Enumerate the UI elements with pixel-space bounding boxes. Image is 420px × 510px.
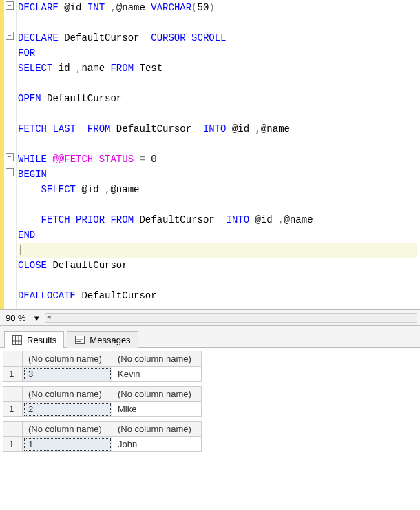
- kw-from: FROM: [87, 123, 111, 134]
- kw-declare: DECLARE: [18, 2, 59, 13]
- kw-declare: DECLARE: [18, 32, 59, 43]
- kw-open: OPEN: [18, 93, 41, 104]
- table-test: Test: [139, 63, 162, 74]
- cell[interactable]: Kevin: [112, 367, 202, 382]
- cursor-name: DefaultCursor: [139, 214, 214, 225]
- kw-begin: BEGIN: [18, 169, 47, 180]
- kw-prior: PRIOR: [76, 214, 105, 225]
- comma: ,: [278, 214, 284, 225]
- var-id: @id: [255, 214, 273, 225]
- cursor-name: DefaultCursor: [116, 123, 191, 134]
- comma: ,: [255, 123, 261, 134]
- cursor-name: DefaultCursor: [81, 290, 156, 301]
- cell[interactable]: John: [112, 437, 202, 452]
- kw-into: INTO: [203, 123, 227, 134]
- result-grid: (No column name) (No column name) 1 1 Jo…: [3, 421, 420, 452]
- fold-toggle[interactable]: −: [6, 1, 14, 10]
- result-grid: (No column name) (No column name) 1 3 Ke…: [3, 351, 420, 382]
- kw-fetch: FETCH: [41, 214, 70, 225]
- caret-line: |: [18, 243, 417, 258]
- row-number[interactable]: 1: [3, 367, 23, 382]
- col-name: name: [81, 63, 105, 74]
- column-header[interactable]: (No column name): [23, 422, 112, 437]
- column-header[interactable]: (No column name): [112, 422, 202, 437]
- var-name: @name: [261, 123, 290, 134]
- size: 50: [198, 2, 209, 13]
- cursor-name: DefaultCursor: [47, 93, 122, 104]
- column-header[interactable]: (No column name): [23, 351, 112, 367]
- row-number[interactable]: 1: [3, 402, 23, 417]
- tab-messages[interactable]: Messages: [67, 331, 138, 348]
- sys-fetchstatus: @@FETCH_STATUS: [52, 154, 134, 165]
- var-name: @name: [284, 214, 313, 225]
- literal-zero: 0: [151, 154, 156, 165]
- var-name: @name: [116, 2, 145, 13]
- results-tabbar: Results Messages: [0, 326, 420, 348]
- tab-results[interactable]: Results: [4, 331, 64, 348]
- row-number[interactable]: 1: [3, 437, 23, 452]
- var-id: @id: [81, 184, 98, 195]
- fold-gutter: − − − −: [4, 0, 17, 309]
- kw-from: FROM: [110, 63, 134, 74]
- fold-toggle[interactable]: −: [6, 153, 14, 161]
- op-eq: =: [139, 154, 145, 165]
- zoom-dropdown[interactable]: ▾: [34, 313, 39, 323]
- horizontal-scrollbar[interactable]: [45, 313, 417, 323]
- fold-toggle[interactable]: −: [6, 168, 14, 176]
- var-id: @id: [64, 2, 81, 13]
- kw-cursor: CURSOR: [151, 32, 185, 43]
- kw-for: FOR: [18, 48, 35, 59]
- cell[interactable]: 3: [23, 367, 112, 382]
- kw-from: FROM: [110, 214, 134, 225]
- tab-results-label: Results: [27, 335, 56, 345]
- cursor-name: DefaultCursor: [64, 32, 139, 43]
- type-int: INT: [87, 2, 105, 13]
- cell[interactable]: 1: [23, 437, 112, 452]
- svg-rect-0: [13, 336, 22, 345]
- kw-scroll: SCROLL: [191, 32, 226, 43]
- sql-editor: − − − − DECLARE @id INT ,@name VARCHAR(5…: [0, 0, 420, 309]
- cell[interactable]: 2: [23, 402, 112, 417]
- var-id: @id: [232, 123, 249, 134]
- grid-corner[interactable]: [3, 387, 23, 402]
- grid-corner[interactable]: [3, 422, 23, 437]
- messages-icon: [74, 334, 85, 345]
- kw-into: INTO: [227, 214, 250, 225]
- code-area[interactable]: DECLARE @id INT ,@name VARCHAR(50) DECLA…: [17, 0, 420, 309]
- grid-corner[interactable]: [3, 351, 23, 367]
- column-header[interactable]: (No column name): [23, 387, 112, 402]
- kw-deallocate: DEALLOCATE: [18, 290, 76, 301]
- kw-while: WHILE: [18, 154, 47, 165]
- fold-toggle[interactable]: −: [6, 32, 14, 40]
- column-header[interactable]: (No column name): [112, 351, 202, 367]
- zoom-bar: 90 % ▾: [0, 309, 420, 326]
- cell[interactable]: Mike: [112, 402, 202, 417]
- grid-icon: [12, 334, 23, 345]
- kw-end: END: [18, 229, 35, 241]
- var-name: @name: [110, 184, 139, 195]
- results-pane: (No column name) (No column name) 1 3 Ke…: [0, 348, 420, 463]
- cursor-name: DefaultCursor: [52, 260, 127, 271]
- column-header[interactable]: (No column name): [112, 387, 202, 402]
- paren: (: [191, 2, 197, 13]
- table-row: 1 1 John: [3, 437, 202, 452]
- kw-select: SELECT: [41, 184, 76, 195]
- kw-select: SELECT: [18, 63, 52, 74]
- kw-last: LAST: [52, 123, 76, 134]
- kw-close: CLOSE: [18, 260, 47, 271]
- tab-messages-label: Messages: [90, 335, 130, 345]
- comma: ,: [110, 2, 116, 13]
- col-id: id: [59, 63, 70, 74]
- paren: ): [209, 2, 214, 13]
- kw-fetch: FETCH: [18, 123, 47, 134]
- table-row: 1 3 Kevin: [3, 367, 202, 382]
- table-row: 1 2 Mike: [3, 402, 202, 417]
- zoom-value: 90 %: [3, 313, 29, 323]
- type-varchar: VARCHAR: [151, 2, 191, 13]
- result-grid: (No column name) (No column name) 1 2 Mi…: [3, 386, 420, 417]
